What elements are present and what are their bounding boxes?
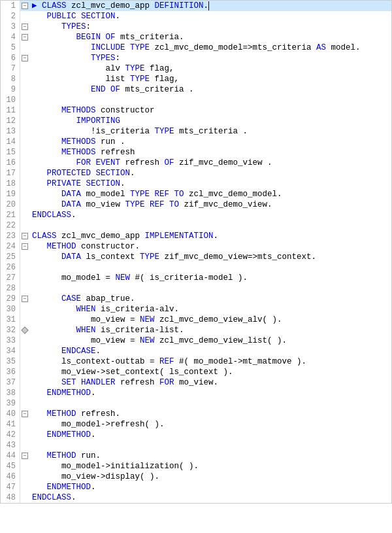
fold-gutter (20, 315, 29, 325)
code-line: 30 WHEN is_criteria-alv. (1, 304, 391, 315)
code-content: mo_model->refresh( ). (29, 419, 391, 430)
fold-minus-icon[interactable]: − (22, 411, 28, 417)
line-number: 41 (1, 419, 20, 430)
code-line: 20 DATA mo_view TYPE REF TO zif_mvc_demo… (1, 199, 391, 210)
fold-gutter[interactable]: − (20, 241, 29, 252)
line-number: 38 (1, 388, 20, 398)
code-text: . (91, 388, 96, 398)
code-text: : (116, 54, 121, 63)
code-content: METHOD run. (29, 451, 391, 461)
code-line: 14 METHODS run . (1, 137, 391, 147)
fold-gutter[interactable]: − (20, 1, 29, 11)
code-content: !is_criteria TYPE mts_criteria . (29, 126, 391, 137)
code-line: 36 mo_view->set_context( ls_context ). (1, 367, 391, 377)
line-number: 25 (1, 252, 20, 262)
fold-minus-icon[interactable]: − (22, 233, 28, 239)
code-content (29, 283, 391, 294)
fold-minus-icon[interactable]: − (22, 55, 28, 61)
keyword: END OF (91, 85, 120, 94)
line-number: 48 (1, 492, 20, 503)
line-number: 14 (1, 137, 20, 147)
keyword: OF (165, 158, 174, 167)
code-line: 42 ENDMETHOD. (1, 430, 391, 440)
fold-minus-icon[interactable]: − (22, 243, 28, 250)
code-text: zcl_mvc_demo_model=>mts_criteria (150, 43, 316, 52)
code-content: PRIVATE SECTION. (29, 179, 391, 189)
fold-gutter[interactable]: − (20, 53, 29, 63)
line-number: 34 (1, 346, 20, 356)
code-content: END OF mts_criteria . (29, 84, 391, 95)
fold-minus-icon[interactable]: − (22, 3, 28, 9)
line-number: 6 (1, 53, 20, 63)
code-line: 38 ENDMETHOD. (1, 388, 391, 398)
code-text: flag, (145, 64, 174, 73)
fold-diamond-icon (21, 326, 28, 334)
line-number: 9 (1, 84, 20, 95)
line-number: 44 (1, 451, 20, 461)
code-content: TYPES: (29, 22, 391, 32)
fold-gutter (20, 74, 29, 84)
code-line: 29− CASE abap_true. (1, 294, 391, 304)
fold-gutter (20, 84, 29, 95)
line-number: 30 (1, 304, 20, 315)
code-text: : (86, 22, 91, 31)
code-text: constructor. (76, 242, 140, 251)
fold-gutter[interactable]: − (20, 22, 29, 32)
fold-gutter[interactable]: − (20, 409, 29, 419)
code-content: DATA mo_model TYPE REF TO zcl_mvc_demo_m… (29, 189, 391, 199)
keyword: METHOD (47, 451, 76, 460)
fold-minus-icon[interactable]: − (22, 34, 28, 41)
code-text: mts_criteria. (116, 33, 184, 42)
code-text: mo_view->set_context( ls_context ). (61, 368, 233, 377)
line-number: 27 (1, 273, 20, 283)
code-text: mo_model = (61, 273, 116, 283)
fold-gutter (20, 482, 29, 492)
code-text: is_criteria-alv. (96, 305, 180, 314)
fold-gutter[interactable] (20, 325, 29, 335)
code-line: 12 IMPORTING (1, 116, 391, 126)
code-text: alv (106, 64, 125, 73)
code-content: ENDCLASS. (29, 492, 391, 503)
fold-gutter[interactable]: − (20, 294, 29, 304)
fold-gutter (20, 105, 29, 116)
fold-minus-icon[interactable]: − (22, 24, 28, 30)
keyword: CLASS (32, 232, 57, 241)
keyword: CASE (61, 294, 81, 303)
keyword: FOR EVENT (76, 158, 121, 167)
code-text: . (91, 430, 96, 439)
code-text: . (96, 347, 101, 356)
code-content: mo_view->display( ). (29, 472, 391, 482)
keyword: ENDMETHOD (47, 388, 91, 398)
code-text: mo_view (81, 200, 125, 209)
fold-gutter[interactable]: − (20, 231, 29, 241)
code-line: 21ENDCLASS. (1, 210, 391, 220)
code-content: ▶ CLASS zcl_mvc_demo_app DEFINITION. (29, 1, 391, 11)
line-number: 45 (1, 461, 20, 472)
fold-gutter[interactable]: − (20, 451, 29, 461)
fold-gutter (20, 199, 29, 210)
line-number: 21 (1, 210, 20, 220)
fold-minus-icon[interactable]: − (22, 296, 28, 302)
line-number: 13 (1, 126, 20, 137)
fold-gutter (20, 63, 29, 74)
code-line: 41 mo_model->refresh( ). (1, 419, 391, 430)
code-text: ls_context (81, 252, 140, 262)
keyword: TYPE REF TO (130, 190, 184, 199)
keyword: METHOD (47, 409, 76, 419)
code-editor[interactable]: 1−▶ CLASS zcl_mvc_demo_app DEFINITION.2 … (0, 0, 392, 504)
line-number: 16 (1, 158, 20, 168)
code-line: 26 (1, 262, 391, 273)
fold-gutter (20, 137, 29, 147)
keyword: WHEN (76, 305, 96, 314)
keyword: ENDCASE (61, 347, 96, 356)
code-text: zcl_mvc_demo_model. (184, 190, 282, 199)
fold-gutter[interactable]: − (20, 32, 29, 43)
fold-minus-icon[interactable]: − (22, 453, 28, 459)
fold-gutter (20, 11, 29, 22)
code-content: ENDMETHOD. (29, 430, 391, 440)
code-content: mo_view->set_context( ls_context ). (29, 367, 391, 377)
keyword: WHEN (76, 326, 96, 335)
line-number: 47 (1, 482, 20, 492)
keyword: IMPLEMENTATION (145, 232, 214, 241)
fold-gutter (20, 168, 29, 179)
